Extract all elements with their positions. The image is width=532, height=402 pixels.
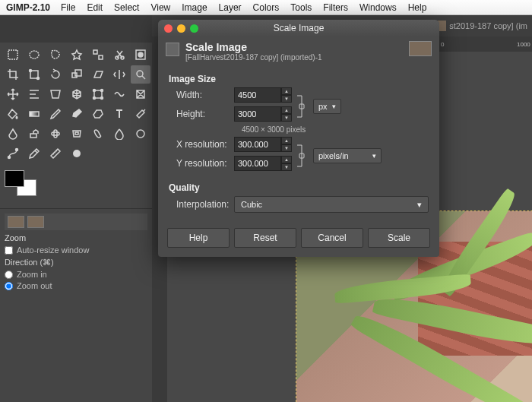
zoom-out-input[interactable]	[5, 282, 13, 290]
width-spinbox[interactable]: ▲▼	[234, 87, 292, 103]
paintbrush-tool[interactable]	[67, 105, 87, 123]
zoom-window-button[interactable]	[190, 24, 198, 33]
help-button[interactable]: Help	[167, 228, 230, 248]
cage-tool[interactable]	[131, 85, 150, 103]
dodge-burn-tool[interactable]	[131, 125, 150, 143]
free-select-tool[interactable]	[46, 46, 65, 64]
zoom-tool[interactable]	[131, 65, 150, 84]
rect-select-tool[interactable]	[3, 46, 23, 64]
heal-tool[interactable]	[46, 125, 65, 143]
canvas-tab[interactable]: st2019-187 copy] (im	[426, 19, 532, 33]
tool-options-tabs[interactable]	[5, 214, 147, 230]
scale-button[interactable]: Scale	[368, 228, 430, 248]
width-up[interactable]: ▲	[281, 87, 292, 95]
menu-image[interactable]: Image	[182, 2, 207, 13]
yres-down[interactable]: ▼	[281, 163, 292, 171]
measure-tool[interactable]	[46, 144, 65, 163]
text-tool[interactable]	[109, 105, 129, 123]
yres-up[interactable]: ▲	[281, 156, 292, 163]
warp-tool[interactable]	[109, 85, 129, 103]
quality-section: Quality	[169, 182, 429, 193]
zoom-out-radio[interactable]: Zoom out	[5, 281, 147, 290]
height-spinbox[interactable]: ▲▼	[234, 106, 292, 122]
bucket-fill-tool[interactable]	[3, 105, 23, 123]
paths-tool[interactable]	[3, 144, 23, 163]
zoom-in-radio[interactable]: Zoom in	[5, 270, 147, 279]
size-unit-select[interactable]: px ▾	[313, 99, 341, 114]
width-down[interactable]: ▼	[281, 95, 292, 103]
fg-color-swatch[interactable]	[5, 170, 24, 187]
dialog-header-subtitle: [FallHarvest2019-187 copy] (imported)-1	[185, 53, 322, 62]
app-name: GIMP-2.10	[6, 2, 50, 13]
menu-tools[interactable]: Tools	[290, 2, 312, 13]
toolbox-panel: Zoom Auto-resize window Direction (⌘) Zo…	[0, 15, 152, 402]
fuzzy-select-tool[interactable]	[67, 46, 87, 64]
xres-down[interactable]: ▼	[281, 144, 292, 152]
menu-file[interactable]: File	[61, 2, 75, 13]
perspective-clone-tool[interactable]	[67, 125, 87, 143]
menubar: GIMP-2.10 File Edit Select View Image La…	[0, 0, 532, 15]
xres-up[interactable]: ▲	[281, 137, 292, 144]
svg-point-1	[30, 51, 39, 59]
handle-transform-tool[interactable]	[88, 85, 108, 103]
scissor-select-tool[interactable]	[109, 46, 129, 64]
auto-resize-input[interactable]	[5, 246, 13, 255]
scale-tool[interactable]	[67, 65, 87, 84]
menu-windows[interactable]: Windows	[359, 2, 397, 13]
blur-tool[interactable]	[109, 125, 129, 143]
yres-spinbox[interactable]: ▲▼	[234, 156, 292, 171]
res-link-toggle[interactable]	[292, 142, 307, 169]
close-window-button[interactable]	[164, 24, 173, 33]
dialog-titlebar[interactable]: Scale Image	[158, 20, 439, 36]
menu-select[interactable]: Select	[114, 2, 139, 13]
interpolation-select[interactable]: Cubic ▾	[234, 196, 429, 213]
move-tool[interactable]	[3, 85, 23, 103]
cancel-button[interactable]: Cancel	[301, 228, 363, 248]
scale-icon	[166, 43, 179, 56]
height-down[interactable]: ▼	[281, 114, 292, 122]
menu-filters[interactable]: Filters	[323, 2, 348, 13]
yres-input[interactable]	[234, 156, 281, 171]
gradient-tool[interactable]	[24, 105, 44, 123]
perspective-tool[interactable]	[46, 85, 65, 103]
xres-input[interactable]	[234, 137, 281, 152]
align-tool[interactable]	[24, 85, 44, 103]
menu-colors[interactable]: Colors	[253, 2, 280, 13]
color-picker-tool[interactable]	[24, 144, 44, 163]
fg-bg-colors[interactable]	[5, 170, 43, 201]
xres-spinbox[interactable]: ▲▼	[234, 137, 292, 152]
shear-tool[interactable]	[88, 65, 108, 84]
eraser-tool[interactable]	[88, 105, 108, 123]
clone-tool[interactable]	[24, 125, 44, 143]
mypaint-brush-tool[interactable]	[67, 144, 87, 163]
pencil-tool[interactable]	[46, 105, 65, 123]
unified-transform-tool[interactable]	[24, 65, 44, 84]
minimize-window-button[interactable]	[177, 24, 185, 33]
interpolation-value: Cubic	[241, 200, 262, 209]
ellipse-select-tool[interactable]	[24, 46, 44, 64]
foreground-select-tool[interactable]	[131, 46, 150, 64]
rotate-tool[interactable]	[46, 65, 65, 84]
smudge-tool[interactable]	[88, 125, 108, 143]
svg-point-15	[93, 90, 96, 92]
reset-button[interactable]: Reset	[234, 228, 296, 248]
zoom-in-input[interactable]	[5, 271, 13, 279]
3d-transform-tool[interactable]	[67, 85, 87, 103]
tab-thumb[interactable]	[8, 216, 24, 228]
airbrush-tool[interactable]	[131, 105, 150, 123]
height-input[interactable]	[234, 106, 281, 122]
menu-view[interactable]: View	[150, 2, 170, 13]
size-link-toggle[interactable]	[292, 93, 307, 120]
ink-tool[interactable]	[3, 125, 23, 143]
tab-thumb[interactable]	[27, 216, 44, 228]
menu-edit[interactable]: Edit	[87, 2, 103, 13]
height-up[interactable]: ▲	[281, 106, 292, 114]
auto-resize-checkbox[interactable]: Auto-resize window	[5, 245, 147, 255]
width-input[interactable]	[234, 87, 281, 103]
menu-layer[interactable]: Layer	[219, 2, 242, 13]
by-color-select-tool[interactable]	[88, 46, 108, 64]
crop-tool[interactable]	[3, 65, 23, 84]
flip-tool[interactable]	[109, 65, 129, 84]
res-unit-select[interactable]: pixels/in ▾	[313, 148, 382, 163]
menu-help[interactable]: Help	[408, 2, 427, 13]
